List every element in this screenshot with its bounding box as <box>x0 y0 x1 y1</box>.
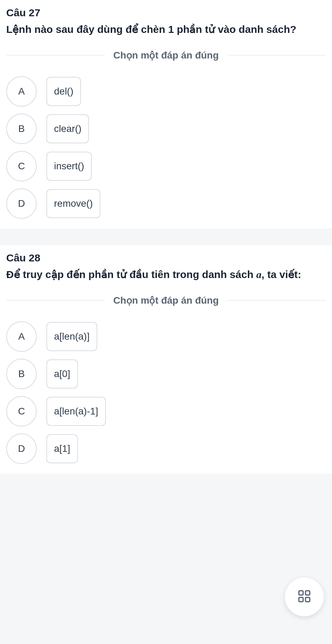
option-letter: B <box>6 359 37 389</box>
option-letter: D <box>6 188 37 219</box>
instruction-divider: Chọn một đáp án đúng <box>6 50 326 61</box>
question-title: Câu 28 <box>6 252 326 264</box>
instruction-text: Chọn một đáp án đúng <box>105 50 227 61</box>
option-value: a[len(a)] <box>46 322 97 351</box>
option-letter: A <box>6 76 37 107</box>
option-d[interactable]: D a[1] <box>6 433 326 464</box>
instruction-divider: Chọn một đáp án đúng <box>6 295 326 306</box>
option-letter: A <box>6 321 37 352</box>
option-value: a[0] <box>46 359 78 388</box>
option-value: del() <box>46 77 81 106</box>
instruction-text: Chọn một đáp án đúng <box>105 295 227 306</box>
option-value: a[1] <box>46 434 78 463</box>
question-27: Câu 27 Lệnh nào sau đây dùng để chèn 1 p… <box>0 0 332 229</box>
option-c[interactable]: C insert() <box>6 151 326 181</box>
divider-line-left <box>6 55 105 55</box>
option-d[interactable]: D remove() <box>6 188 326 219</box>
options-list: A del() B clear() C insert() D remove() <box>6 76 326 219</box>
option-letter: C <box>6 396 37 427</box>
divider-line-left <box>6 300 105 301</box>
option-b[interactable]: B a[0] <box>6 359 326 389</box>
divider-line-right <box>227 55 326 55</box>
option-b[interactable]: B clear() <box>6 114 326 144</box>
option-a[interactable]: A del() <box>6 76 326 107</box>
question-text: Để truy cập đến phần tử đầu tiên trong d… <box>6 267 326 282</box>
question-text: Lệnh nào sau đây dùng để chèn 1 phần tử … <box>6 21 326 37</box>
option-value: remove() <box>46 189 100 218</box>
question-28: Câu 28 Để truy cập đến phần tử đầu tiên … <box>0 245 332 474</box>
option-value: insert() <box>46 152 92 181</box>
option-a[interactable]: A a[len(a)] <box>6 321 326 352</box>
option-letter: D <box>6 433 37 464</box>
divider-line-right <box>227 300 326 301</box>
option-value: a[len(a)-1] <box>46 397 106 426</box>
option-letter: C <box>6 151 37 181</box>
option-value: clear() <box>46 114 89 143</box>
option-letter: B <box>6 114 37 144</box>
question-title: Câu 27 <box>6 7 326 19</box>
options-list: A a[len(a)] B a[0] C a[len(a)-1] D a[1] <box>6 321 326 464</box>
option-c[interactable]: C a[len(a)-1] <box>6 396 326 427</box>
